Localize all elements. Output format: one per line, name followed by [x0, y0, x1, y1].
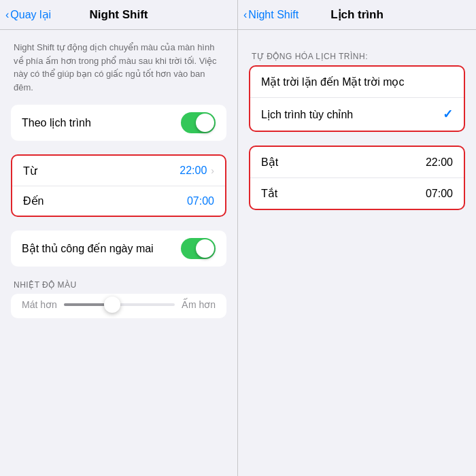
- to-label: Đến: [23, 194, 44, 207]
- right-content: TỰ ĐỘNG HÓA LỊCH TRÌNH: Mặt trời lặn đến…: [238, 30, 476, 476]
- slider-fill: [64, 303, 108, 306]
- right-back-label: Night Shift: [248, 9, 299, 21]
- right-nav-bar: ‹ Night Shift Lịch trình: [238, 0, 476, 30]
- schedule-section: Theo lịch trình: [11, 105, 226, 141]
- schedule-options-section: Mặt trời lặn đến Mặt trời mọc Lịch trình…: [249, 65, 465, 132]
- slider-thumb[interactable]: [104, 296, 120, 313]
- on-value: 22:00: [426, 156, 453, 169]
- right-chevron-left-icon: ‹: [243, 9, 247, 21]
- custom-option-label: Lịch trình tùy chỉnh: [261, 108, 353, 121]
- manual-row: Bật thủ công đến ngày mai: [11, 231, 226, 267]
- off-value: 07:00: [426, 188, 453, 200]
- on-time-row[interactable]: Bật 22:00: [250, 147, 464, 177]
- schedule-option-custom[interactable]: Lịch trình tùy chỉnh ✓: [250, 97, 464, 131]
- right-back-button[interactable]: ‹ Night Shift: [243, 9, 299, 21]
- manual-section: Bật thủ công đến ngày mai: [11, 231, 226, 267]
- from-value-container: 22:00 ›: [180, 165, 214, 177]
- toggle-thumb: [196, 114, 214, 132]
- time-entries-section: Bật 22:00 Tắt 07:00: [249, 146, 465, 210]
- chevron-left-icon: ‹: [5, 9, 9, 21]
- left-nav-title: Night Shift: [90, 8, 148, 22]
- from-row[interactable]: Từ 22:00 ›: [12, 156, 225, 186]
- manual-label: Bật thủ công đến ngày mai: [22, 242, 154, 255]
- left-panel: ‹ Quay lại Night Shift Night Shift tự độ…: [0, 0, 238, 476]
- manual-toggle-thumb: [196, 239, 214, 258]
- time-section[interactable]: Từ 22:00 › Đến 07:00: [11, 154, 226, 217]
- checkmark-icon: ✓: [443, 107, 453, 122]
- left-back-button[interactable]: ‹ Quay lại: [5, 8, 51, 21]
- manual-toggle[interactable]: [181, 238, 216, 259]
- off-label: Tắt: [261, 187, 277, 200]
- schedule-row: Theo lịch trình: [11, 105, 226, 141]
- chevron-right-icon: ›: [211, 165, 214, 176]
- on-label: Bật: [261, 156, 278, 169]
- to-row[interactable]: Đến 07:00: [12, 186, 225, 216]
- to-value: 07:00: [187, 195, 214, 207]
- color-temp-section: Mát hơn Ấm hơn: [11, 294, 226, 318]
- slider-track[interactable]: [64, 303, 175, 306]
- cooler-label: Mát hơn: [22, 299, 57, 310]
- left-back-label: Quay lại: [10, 8, 51, 21]
- color-temp-section-label: NHIỆT ĐỘ MÀU: [0, 280, 237, 294]
- schedule-option-sunset[interactable]: Mặt trời lặn đến Mặt trời mọc: [250, 67, 464, 97]
- from-value: 22:00: [180, 165, 207, 177]
- left-content: Night Shift tự động dịch chuyển màu của …: [0, 30, 237, 476]
- left-nav-bar: ‹ Quay lại Night Shift: [0, 0, 237, 30]
- sunset-option-label: Mặt trời lặn đến Mặt trời mọc: [261, 75, 404, 88]
- auto-schedule-label: TỰ ĐỘNG HÓA LỊCH TRÌNH:: [238, 41, 476, 65]
- right-panel: ‹ Night Shift Lịch trình TỰ ĐỘNG HÓA LỊC…: [238, 0, 476, 476]
- schedule-label: Theo lịch trình: [22, 116, 91, 129]
- off-time-row[interactable]: Tắt 07:00: [250, 177, 464, 209]
- from-label: Từ: [23, 165, 37, 177]
- slider-container: Mát hơn Ấm hơn: [11, 294, 226, 318]
- right-nav-title: Lịch trình: [330, 7, 384, 22]
- warmer-label: Ấm hơn: [182, 299, 216, 310]
- schedule-toggle[interactable]: [181, 112, 216, 133]
- description-text: Night Shift tự động dịch chuyển màu của …: [0, 41, 237, 105]
